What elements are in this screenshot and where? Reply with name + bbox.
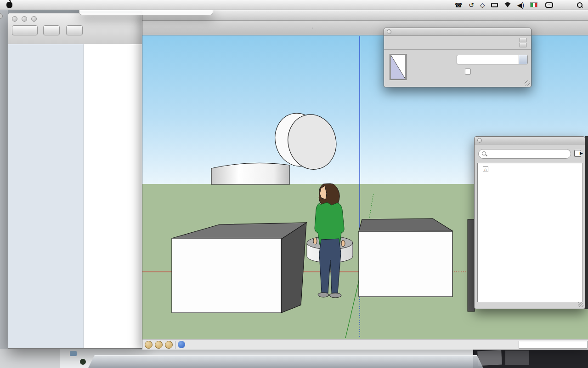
sketchup-status-bar — [142, 339, 588, 350]
background-image-window — [473, 349, 588, 368]
apple-menu-icon[interactable] — [6, 2, 12, 8]
hidden-checkbox[interactable] — [465, 69, 471, 75]
far-right-box-shape[interactable] — [468, 219, 475, 311]
dock-shelf — [88, 355, 483, 368]
dock — [88, 350, 483, 368]
chevron-down-icon[interactable] — [519, 55, 527, 64]
geo-badge-icon[interactable] — [145, 341, 153, 349]
panel-collapse-widget[interactable] — [520, 38, 526, 47]
volume-status-icon[interactable]: ◀) — [517, 2, 524, 8]
outliner-titlebar[interactable] — [475, 137, 585, 144]
menu-bar-status-area: ☎ ↺ ◇ ◀) ~ — [455, 0, 588, 10]
filter-button[interactable] — [574, 150, 581, 157]
google-badge-icon[interactable] — [165, 341, 173, 349]
finder-window — [8, 13, 142, 349]
spotlight-icon[interactable] — [577, 2, 582, 8]
display-status-icon[interactable] — [491, 3, 498, 7]
folder-icon — [70, 351, 77, 356]
collapse-icon[interactable] — [520, 38, 526, 42]
view-buttons-group — [312, 28, 313, 29]
left-box-shape[interactable] — [172, 223, 306, 313]
resize-grip[interactable] — [578, 302, 583, 307]
edit-menu-dropdown — [79, 10, 213, 15]
resize-grip[interactable] — [525, 80, 530, 86]
help-icon[interactable] — [178, 341, 185, 348]
right-box-shape[interactable] — [359, 218, 452, 297]
cylinder-shape[interactable] — [211, 163, 289, 184]
back-forward-buttons[interactable] — [12, 25, 38, 35]
accessibility-status-icon[interactable]: ◇ — [480, 2, 485, 8]
layer-dropdown[interactable] — [457, 55, 528, 64]
credits-badge-icon[interactable] — [155, 341, 163, 349]
input-language-menu[interactable] — [530, 2, 539, 7]
wifi-status-icon[interactable] — [504, 2, 511, 7]
time-machine-status-icon[interactable]: ↺ — [469, 2, 474, 8]
screen: ⌂ ☎ ↺ ◇ ◀) ~ — [0, 0, 588, 368]
tree-root-row[interactable]: ⌂ — [478, 165, 582, 173]
background-window-left — [0, 0, 8, 368]
divider — [175, 341, 175, 349]
close-icon[interactable] — [477, 138, 482, 143]
measurements-input[interactable] — [519, 341, 588, 349]
green-axis — [345, 281, 359, 338]
zoom-window-button[interactable] — [31, 16, 37, 22]
action-button[interactable] — [66, 25, 83, 35]
entity-info-panel — [384, 28, 531, 87]
model-home-icon: ⌂ — [483, 167, 488, 172]
image-thumbnail — [505, 351, 529, 365]
entity-thumbnail — [390, 54, 407, 80]
close-window-button[interactable] — [12, 16, 17, 22]
background-traffic-light — [0, 13, 3, 19]
outliner-search-field[interactable] — [478, 149, 571, 159]
background-file-row — [68, 351, 79, 356]
entity-count-row — [384, 36, 531, 50]
entity-info-titlebar[interactable] — [384, 28, 531, 36]
background-file-row — [80, 359, 89, 365]
outliner-tree: ⌂ — [477, 163, 583, 302]
search-icon — [482, 151, 487, 157]
phone-status-icon[interactable]: ☎ — [455, 2, 463, 8]
outliner-panel: ⌂ — [474, 136, 585, 309]
finder-sidebar — [8, 44, 84, 348]
background-window-right-edge — [585, 136, 588, 309]
minimize-window-button[interactable] — [22, 16, 27, 22]
finder-file-list — [84, 44, 142, 348]
italian-flag-icon — [530, 2, 537, 7]
background-window-bottom-left — [0, 349, 60, 368]
finder-titlebar — [8, 13, 142, 44]
menu-bar: ☎ ↺ ◇ ◀) ~ — [0, 0, 588, 10]
user-switch-status-icon[interactable]: ~ — [545, 2, 553, 8]
expand-icon[interactable] — [520, 43, 526, 47]
close-icon[interactable] — [387, 29, 391, 34]
path-button[interactable] — [43, 25, 60, 35]
app-file-icon — [80, 359, 86, 365]
